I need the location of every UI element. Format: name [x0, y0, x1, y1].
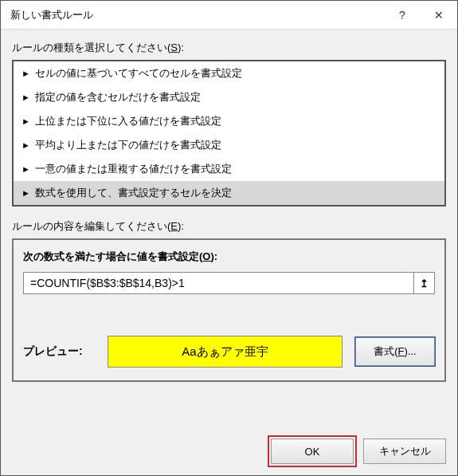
formula-header: 次の数式を満たす場合に値を書式設定(O): — [23, 250, 435, 264]
arrow-icon: ► — [22, 92, 30, 102]
rule-type-text: 平均より上または下の値だけを書式設定 — [35, 138, 221, 152]
rule-type-item[interactable]: ► 平均より上または下の値だけを書式設定 — [14, 133, 444, 157]
titlebar: 新しい書式ルール ? ✕ — [1, 1, 457, 30]
cancel-button[interactable]: キャンセル — [363, 439, 446, 464]
rule-type-item-selected[interactable]: ► 数式を使用して、書式設定するセルを決定 — [14, 181, 444, 205]
arrow-icon: ► — [22, 164, 30, 174]
rule-type-item[interactable]: ► 指定の値を含むセルだけを書式設定 — [14, 85, 444, 109]
new-formatting-rule-dialog: 新しい書式ルール ? ✕ ルールの種類を選択してください(S): ► セルの値に… — [0, 0, 458, 476]
arrow-icon: ► — [22, 116, 30, 126]
rule-type-item[interactable]: ► 上位または下位に入る値だけを書式設定 — [14, 109, 444, 133]
rule-type-text: 上位または下位に入る値だけを書式設定 — [35, 114, 221, 128]
rule-type-item[interactable]: ► セルの値に基づいてすべてのセルを書式設定 — [14, 61, 444, 85]
help-button[interactable]: ? — [384, 1, 421, 30]
rule-edit-label: ルールの内容を編集してください(E): — [12, 219, 446, 234]
close-icon: ✕ — [434, 9, 444, 22]
close-button[interactable]: ✕ — [421, 1, 457, 30]
format-button[interactable]: 書式(F)... — [355, 337, 435, 366]
arrow-icon: ► — [22, 188, 30, 198]
help-icon: ? — [399, 9, 405, 22]
preview-label: プレビュー: — [23, 344, 95, 359]
dialog-title: 新しい書式ルール — [10, 8, 384, 22]
rule-type-text: 指定の値を含むセルだけを書式設定 — [35, 90, 201, 104]
arrow-icon: ► — [22, 69, 30, 78]
rule-type-label: ルールの種類を選択してください(S): — [12, 41, 446, 55]
rule-type-list: ► セルの値に基づいてすべてのセルを書式設定 ► 指定の値を含むセルだけを書式設… — [12, 60, 446, 207]
arrow-icon: ► — [22, 140, 30, 150]
formula-input[interactable] — [23, 272, 414, 294]
rule-type-item[interactable]: ► 一意の値または重複する値だけを書式設定 — [14, 157, 444, 181]
ok-button[interactable]: OK — [271, 439, 354, 464]
rule-type-text: 一意の値または重複する値だけを書式設定 — [35, 162, 232, 176]
rule-type-text: セルの値に基づいてすべてのセルを書式設定 — [35, 66, 242, 81]
rule-edit-box: 次の数式を満たす場合に値を書式設定(O): ↥ プレビュー: Aaあぁアァ亜宇 … — [12, 238, 446, 382]
collapse-dialog-icon: ↥ — [420, 277, 429, 289]
preview-sample: Aaあぁアァ亜宇 — [108, 336, 343, 368]
range-picker-button[interactable]: ↥ — [414, 272, 435, 294]
rule-type-text: 数式を使用して、書式設定するセルを決定 — [35, 186, 232, 200]
